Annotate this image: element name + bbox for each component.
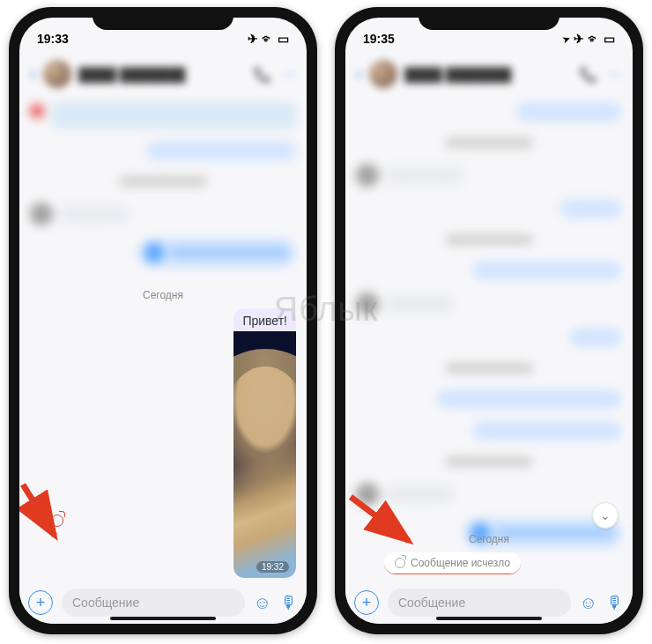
airplane-icon: ✈ [248, 32, 258, 46]
emoji-button[interactable]: ☺ [254, 593, 271, 613]
chat-header: ‹ ████ ███████ 📞 ⋯ [19, 53, 307, 95]
screen-left: 19:33 ✈ ᯤ ▭ ‹ ████ ███████ 📞 ⋯ [19, 18, 307, 624]
back-icon[interactable]: ‹ [356, 63, 362, 85]
vanished-message: Сообщение исчезло [384, 552, 521, 574]
vanished-message-text: Сообщение исчезло [411, 557, 510, 569]
date-divider: Сегодня [356, 531, 622, 547]
phone-left: 19:33 ✈ ᯤ ▭ ‹ ████ ███████ 📞 ⋯ [9, 7, 317, 634]
call-icon[interactable]: 📞 [254, 66, 271, 83]
message-input[interactable]: Сообщение [62, 588, 245, 617]
battery-icon: ▭ [604, 32, 615, 46]
chat-area[interactable]: Сегодня Сообщение исчезло ⌄ [345, 95, 633, 581]
avatar[interactable] [369, 60, 397, 88]
wifi-icon: ᯤ [588, 32, 600, 46]
more-icon[interactable]: ⋯ [608, 66, 622, 83]
attach-button[interactable]: + [354, 590, 379, 615]
notch [419, 7, 559, 30]
chat-header: ‹ ████ ███████ 📞 ⋯ [345, 53, 633, 95]
call-icon[interactable]: 📞 [580, 66, 597, 83]
home-indicator [110, 617, 216, 620]
contact-name[interactable]: ████ ███████ [404, 67, 573, 82]
message-timestamp: 19:32 [256, 561, 289, 573]
location-icon: ➤ [561, 33, 571, 44]
wifi-icon: ᯤ [262, 32, 274, 46]
self-destruct-icon [395, 558, 405, 568]
battery-icon: ▭ [278, 32, 289, 46]
message-text: Привет! [233, 308, 296, 331]
home-indicator [436, 617, 542, 620]
chat-area[interactable]: Сегодня Привет! 19:32 [19, 95, 307, 581]
date-divider: Сегодня [30, 287, 296, 303]
status-time: 19:35 [363, 32, 395, 46]
avatar[interactable] [43, 60, 71, 88]
emoji-button[interactable]: ☺ [580, 593, 597, 613]
attach-button[interactable]: + [28, 590, 53, 615]
recent-messages: Сегодня Привет! 19:32 [19, 282, 307, 581]
screen-right: 19:35 ➤ ✈ ᯤ ▭ ‹ ████ ███████ 📞 ⋯ [345, 18, 633, 624]
status-time: 19:33 [37, 32, 69, 46]
back-icon[interactable]: ‹ [30, 63, 36, 85]
blurred-messages [345, 95, 633, 581]
notch [93, 7, 233, 30]
self-destruct-icon [51, 514, 63, 527]
more-icon[interactable]: ⋯ [282, 66, 296, 83]
airplane-icon: ✈ [574, 32, 584, 46]
contact-name[interactable]: ████ ███████ [78, 67, 247, 82]
scroll-to-bottom-button[interactable]: ⌄ [592, 502, 619, 529]
message-indicators [37, 514, 63, 527]
voice-button[interactable]: 🎙 [606, 593, 624, 613]
message-bubble[interactable]: Привет! 19:32 [233, 308, 296, 578]
voice-button[interactable]: 🎙 [280, 593, 298, 613]
unread-dot-icon [37, 517, 44, 524]
message-input[interactable]: Сообщение [388, 588, 571, 617]
phone-right: 19:35 ➤ ✈ ᯤ ▭ ‹ ████ ███████ 📞 ⋯ [335, 7, 643, 634]
message-photo[interactable]: 19:32 [233, 331, 296, 578]
chevron-down-icon: ⌄ [600, 508, 611, 522]
recent-messages: Сегодня Сообщение исчезло [345, 526, 633, 581]
